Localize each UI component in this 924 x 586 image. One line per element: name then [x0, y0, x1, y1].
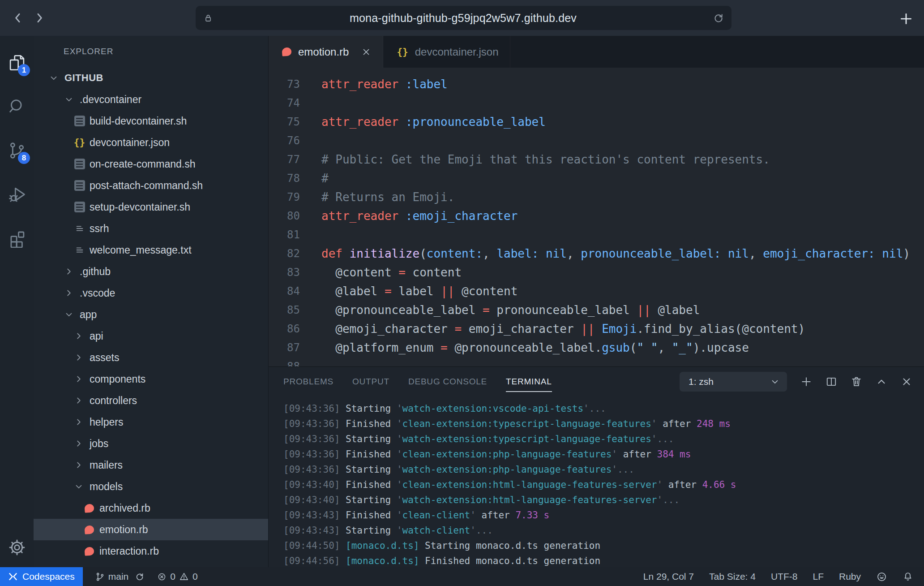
token: @content — [321, 266, 398, 279]
cursor-position[interactable]: Ln 29, Col 7 — [643, 571, 694, 582]
tree-item-app[interactable]: app — [34, 304, 268, 325]
chevron-right-icon — [73, 460, 84, 470]
tree-item-assets[interactable]: assets — [34, 347, 268, 368]
eol[interactable]: LF — [813, 571, 824, 582]
browser-forward-button[interactable] — [29, 7, 50, 29]
braces-file-icon: {} — [73, 137, 86, 148]
kill-terminal-button[interactable] — [851, 376, 862, 388]
tree-item-vscode[interactable]: .vscode — [34, 282, 268, 304]
terminal-token: [09:43:40] — [283, 479, 346, 490]
terminal-token: Starting — [346, 434, 397, 444]
panel-tab-output[interactable]: OUTPUT — [352, 367, 389, 396]
tree-item-controllers[interactable]: controllers — [34, 390, 268, 411]
list-file-icon — [73, 223, 86, 234]
remote-icon — [8, 572, 18, 582]
terminal-line: [09:43:36] Starting 'watch-extension:typ… — [283, 431, 924, 447]
activity-extensions[interactable] — [0, 221, 34, 255]
warning-count: 0 — [192, 571, 198, 582]
feedback-smiley[interactable] — [876, 571, 887, 582]
codespaces-status-item[interactable]: Codespaces — [0, 567, 83, 586]
notifications-bell[interactable] — [903, 571, 913, 582]
tree-item-devcontainer[interactable]: .devcontainer — [34, 89, 268, 110]
split-terminal-button[interactable] — [826, 376, 837, 388]
tree-item-github[interactable]: .github — [34, 261, 268, 282]
new-terminal-button[interactable] — [800, 376, 812, 388]
tree-item-api[interactable]: api — [34, 325, 268, 347]
chevron-right-icon — [73, 374, 84, 384]
close-icon[interactable] — [361, 47, 371, 57]
terminal-token: watch-extension:typescript-language-feat… — [402, 434, 651, 444]
tree-item-models[interactable]: models — [34, 476, 268, 497]
activity-run-debug[interactable] — [0, 177, 34, 211]
terminal-shell-select[interactable]: 1: zsh — [680, 372, 787, 392]
status-bar-right: Ln 29, Col 7 Tab Size: 4 UTF-8 LF Ruby — [643, 571, 924, 582]
maximize-panel-button[interactable] — [876, 376, 887, 388]
tree-item-post-attach-command-sh[interactable]: post-attach-command.sh — [34, 175, 268, 196]
activity-search[interactable] — [0, 90, 34, 124]
tree-item-components[interactable]: components — [34, 368, 268, 390]
tree-item-welcome-message-txt[interactable]: welcome_message.txt — [34, 239, 268, 261]
browser-back-button[interactable] — [7, 7, 29, 29]
terminal-line: [09:43:43] Starting 'watch-client'... — [283, 523, 924, 538]
tree-item-label: .devcontainer — [80, 94, 141, 106]
language-mode[interactable]: Ruby — [839, 571, 861, 582]
line-number: 75 — [269, 112, 300, 131]
tree-item-on-create-command-sh[interactable]: on-create-command.sh — [34, 153, 268, 175]
close-panel-button[interactable] — [901, 376, 912, 388]
tree-item-setup-devcontainer-sh[interactable]: setup-devcontainer.sh — [34, 196, 268, 218]
tree-item-label: api — [90, 330, 103, 342]
token — [595, 322, 602, 336]
terminal-token: ' — [657, 479, 668, 490]
tree-item-helpers[interactable]: helpers — [34, 411, 268, 433]
code-text: @content = content — [321, 263, 462, 282]
editor-tab-emotion-rb[interactable]: emotion.rb — [269, 36, 383, 68]
tree-item-ssrh[interactable]: ssrh — [34, 218, 268, 239]
code-editor[interactable]: 73attr_reader :label7475attr_reader :pro… — [269, 68, 924, 366]
settings-gear[interactable] — [8, 539, 26, 556]
tab-size[interactable]: Tab Size: 4 — [709, 571, 756, 582]
terminal-token: clean-extension:php-language-features — [402, 449, 612, 460]
panel-tab-terminal[interactable]: TERMINAL — [506, 367, 552, 396]
tree-item-emotion-rb[interactable]: emotion.rb — [34, 519, 268, 540]
problems-status-item[interactable]: 0 0 — [157, 571, 197, 582]
code-line-78: 78# — [269, 169, 924, 188]
token: || — [637, 303, 650, 317]
terminal-token: after — [668, 479, 702, 490]
panel-tab-problems[interactable]: PROBLEMS — [283, 367, 334, 396]
activity-explorer[interactable]: 1 — [0, 46, 34, 80]
warning-icon — [179, 572, 189, 582]
terminal-output[interactable]: [09:43:36] Starting 'watch-extension:vsc… — [269, 396, 924, 567]
line-number: 86 — [269, 319, 300, 338]
error-icon — [157, 572, 167, 582]
editor-tab-devcontainer-json[interactable]: {}devcontainer.json — [383, 36, 510, 68]
terminal-token: ' — [397, 449, 402, 460]
tree-item-archived-rb[interactable]: archived.rb — [34, 497, 268, 519]
code-text: # Public: Get the Emoji that this reacti… — [321, 150, 770, 169]
tree-item-jobs[interactable]: jobs — [34, 433, 268, 454]
tree-item-interaction-rb[interactable]: interaction.rb — [34, 540, 268, 562]
braces-file-icon: {} — [397, 47, 408, 57]
terminal-token: Finished — [346, 449, 397, 460]
new-tab-button[interactable] — [896, 9, 916, 29]
token: ) — [903, 247, 910, 260]
terminal-token: [09:43:36] — [283, 434, 346, 444]
tree-item-github[interactable]: GITHUB — [34, 67, 268, 89]
terminal-token: after — [663, 418, 697, 429]
refresh-icon[interactable] — [713, 12, 724, 24]
tree-item-mailers[interactable]: mailers — [34, 454, 268, 476]
line-number: 84 — [269, 282, 300, 301]
tree-item-devcontainer-json[interactable]: {}devcontainer.json — [34, 132, 268, 153]
panel-tab-debug-console[interactable]: DEBUG CONSOLE — [408, 367, 487, 396]
terminal-token: Finished monaco.d.ts generation — [419, 556, 600, 566]
tree-item-label: jobs — [90, 438, 108, 450]
encoding[interactable]: UTF-8 — [771, 571, 798, 582]
tree-item-label: controllers — [90, 395, 137, 407]
tree-item-build-devcontainer-sh[interactable]: build-devcontainer.sh — [34, 110, 268, 132]
terminal-line: [09:43:40] Finished 'clean-extension:htm… — [283, 477, 924, 492]
line-number: 83 — [269, 263, 300, 282]
code-line-85: 85 @pronounceable_label = pronounceable_… — [269, 301, 924, 319]
branch-status-item[interactable]: main — [95, 571, 145, 582]
explorer-title: EXPLORER — [34, 36, 268, 67]
browser-url-bar[interactable]: mona-github-github-g59jpq2w5w7.github.de… — [196, 6, 732, 30]
activity-source-control[interactable]: 8 — [0, 134, 34, 168]
